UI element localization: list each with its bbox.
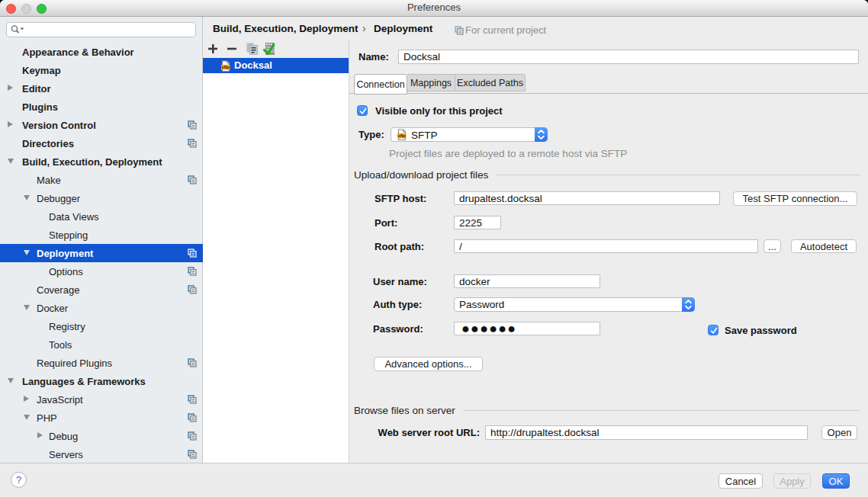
svg-text:sftp: sftp [222,65,230,69]
svg-text:sftp: sftp [398,133,407,138]
